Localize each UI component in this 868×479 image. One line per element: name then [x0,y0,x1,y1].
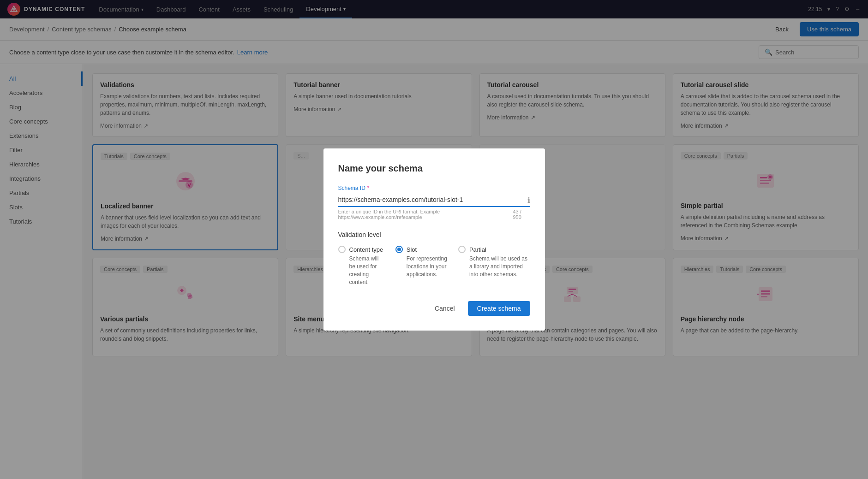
radio-group: Content type Schema will be used for cre… [338,246,530,286]
modal-overlay: Name your schema Schema ID * ℹ Enter a u… [0,0,868,479]
modal-actions: Cancel Create schema [338,301,530,316]
validation-section: Validation level Content type Schema wil… [338,231,530,286]
radio-desc-content-type: Schema will be used for creating content… [349,255,384,286]
schema-id-label: Schema ID * [338,185,530,191]
cancel-button[interactable]: Cancel [427,301,462,316]
validation-level-label: Validation level [338,231,530,238]
schema-id-input[interactable] [338,193,530,207]
radio-option-slot[interactable]: Slot For representing locations in your … [395,246,447,286]
schema-id-input-wrapper: ℹ [338,193,530,207]
radio-desc-slot: For representing locations in your appli… [407,255,447,278]
radio-btn-content-type[interactable] [338,246,346,253]
required-marker: * [367,185,370,191]
info-icon[interactable]: ℹ [527,196,530,205]
schema-id-group: Schema ID * ℹ Enter a unique ID in the U… [338,185,530,220]
char-count: 43 / 950 [513,209,530,220]
radio-desc-partial: Schema will be used as a library and imp… [469,255,530,278]
radio-header-slot: Slot [395,246,447,253]
form-hint: Enter a unique ID in the URI format. Exa… [338,209,530,220]
radio-label-content-type: Content type [349,246,383,253]
radio-btn-partial[interactable] [458,246,466,253]
radio-header-partial: Partial [458,246,530,253]
radio-btn-slot[interactable] [395,246,403,253]
create-schema-button[interactable]: Create schema [468,301,530,316]
radio-option-partial[interactable]: Partial Schema will be used as a library… [458,246,530,286]
radio-label-partial: Partial [469,246,486,253]
name-schema-modal: Name your schema Schema ID * ℹ Enter a u… [323,148,545,330]
radio-option-content-type[interactable]: Content type Schema will be used for cre… [338,246,384,286]
modal-title: Name your schema [338,163,530,174]
radio-header-content-type: Content type [338,246,384,253]
radio-label-slot: Slot [407,246,417,253]
